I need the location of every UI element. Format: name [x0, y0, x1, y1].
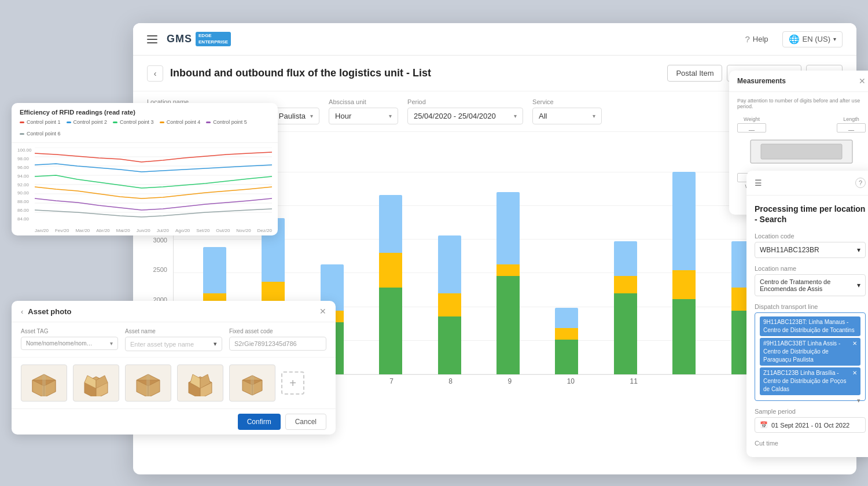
asset-close-button[interactable]: ✕ [319, 307, 326, 316]
location-name-label: Location name [755, 265, 866, 272]
y-label: 2500 [153, 266, 167, 273]
asset-confirm-button[interactable]: Confirm [238, 414, 281, 430]
efficiency-header: Efficiency of RFID readings (read rate) … [12, 103, 278, 143]
asset-name-field: Asset name Enter asset type name ▾ [125, 328, 222, 351]
svg-rect-34 [146, 374, 150, 396]
postal-item-button[interactable]: Postal Item [667, 65, 722, 82]
side-panel-body: Processing time per location - Search Lo… [746, 196, 868, 457]
bar-group [379, 195, 402, 374]
asset-code-label: Fixed asset code [229, 328, 326, 334]
sample-period-input[interactable]: 📅 01 Sept 2021 - 01 Oct 2022 [755, 417, 866, 433]
bar-group [614, 241, 637, 374]
add-photo-button[interactable]: + [281, 371, 304, 395]
legend-item: Control point 5 [206, 119, 247, 125]
asset-back-icon[interactable]: ‹ [21, 307, 23, 316]
asset-tag-field: Asset TAG Nome/nome/nome/nome/nome/nome/… [21, 328, 118, 351]
stacked-bar [496, 192, 520, 374]
logo-text: GMS [167, 33, 192, 45]
period-select[interactable]: 25/04/2020 - 25/04/2020 ▾ [407, 108, 523, 124]
service-filter-group: Service All ▾ [532, 98, 602, 124]
asset-actions: Confirm Cancel [12, 408, 336, 435]
efficiency-title: Efficiency of RFID readings (read rate) [20, 109, 270, 116]
efficiency-x-axis: Jan/20Fev/20Mar/20Abr/20 Mai/20Jun/20Jul… [35, 228, 272, 233]
efficiency-chart: 100.0098.0096.0094.00 92.0090.0088.0086.… [12, 143, 278, 235]
measurements-close-button[interactable]: ✕ [859, 76, 866, 86]
location-code-label: Location code [755, 233, 866, 240]
chevron-down-icon: ▾ [833, 36, 836, 42]
stacked-bar [555, 308, 578, 374]
asset-cancel-button[interactable]: Cancel [285, 414, 326, 430]
chevron-down-icon: ▾ [857, 281, 860, 289]
x-label: 10 [567, 377, 575, 385]
x-label: 7 [389, 377, 393, 385]
globe-icon: 🌐 [789, 34, 800, 45]
chevron-down-icon: ▾ [310, 113, 313, 119]
bar-group [438, 235, 461, 374]
cut-time-label: Cut time [755, 440, 866, 447]
measurements-title: Measurements [737, 77, 786, 85]
stacked-bar [672, 172, 696, 374]
bar-group [672, 172, 696, 374]
svg-rect-27 [42, 374, 46, 396]
language-button[interactable]: 🌐 EN (US) ▾ [782, 31, 843, 47]
asset-code-value[interactable]: S2rGie78912345d786 [229, 337, 326, 351]
abscissa-label: Abscissa unit [329, 98, 398, 105]
measurements-shape [749, 137, 854, 166]
asset-photo-1[interactable] [21, 365, 67, 402]
top-nav: GMS EDGE ENTERPRISE ? Help 🌐 EN (US) ▾ [133, 23, 856, 56]
asset-tag-input[interactable]: Nome/nome/nome/nome/nome/nome/nome/nome/… [21, 337, 118, 350]
chevron-down-icon: ▾ [214, 340, 217, 348]
location-name-select[interactable]: Centro de Tratamento de Encomendas de As… [755, 274, 866, 296]
page-title: Inbound and outbound flux of the logisti… [170, 67, 431, 79]
asset-code-field: Fixed asset code S2rGie78912345d786 [229, 328, 326, 351]
nav-right: ? Help 🌐 EN (US) ▾ [745, 31, 843, 47]
tag-remove-icon[interactable]: ✕ [852, 369, 857, 377]
panel-menu-icon[interactable]: ☰ [755, 178, 762, 187]
asset-photos: + [12, 358, 336, 408]
nav-left: GMS EDGE ENTERPRISE [147, 32, 231, 46]
location-code-select[interactable]: WBH11ABC123BR ▾ [755, 242, 866, 258]
legend-item: Control point 4 [160, 119, 201, 125]
measurements-header: Measurements ✕ [729, 71, 868, 92]
dispatch-tag-1: 9H11ABC123BT: Linha Manaus - Centro de D… [760, 316, 860, 336]
asset-header: ‹ Asset photo ✕ [12, 301, 336, 322]
processing-time-panel: ☰ ? Processing time per location - Searc… [746, 171, 868, 457]
efficiency-window: Efficiency of RFID readings (read rate) … [12, 103, 278, 235]
dispatch-tag-3: Z11ABC123B Linha Brasília - Centro de Di… [760, 367, 860, 395]
svg-rect-41 [251, 375, 254, 395]
hamburger-menu-icon[interactable] [147, 35, 157, 43]
side-panel-header: ☰ ? [746, 171, 868, 196]
asset-photo-4[interactable] [177, 365, 223, 402]
svg-rect-21 [761, 144, 842, 159]
tag-remove-icon[interactable]: ✕ [852, 340, 857, 348]
period-label: Period [407, 98, 523, 105]
help-circle-icon: ? [745, 34, 750, 44]
chevron-down-icon: ▾ [110, 340, 113, 347]
asset-name-label: Asset name [125, 328, 222, 334]
abscissa-select[interactable]: Hour ▾ [329, 108, 398, 124]
efficiency-lines-area [35, 148, 272, 222]
service-select[interactable]: All ▾ [532, 108, 602, 124]
chevron-down-icon: ▾ [389, 113, 392, 119]
dispatch-multiselect[interactable]: 9H11ABC123BT: Linha Manaus - Centro de D… [755, 312, 866, 401]
asset-photo-3[interactable] [125, 365, 171, 402]
bar-group [496, 192, 520, 374]
period-filter-group: Period 25/04/2020 - 25/04/2020 ▾ [407, 98, 523, 124]
asset-name-input[interactable]: Enter asset type name ▾ [125, 337, 222, 351]
y-label: 3000 [153, 237, 167, 244]
dispatch-tag-2: #9H11ABC33BT Linha Assis - Centro de Dis… [760, 338, 860, 366]
chevron-down-icon: ▾ [514, 113, 517, 119]
asset-photo-5[interactable] [229, 365, 275, 402]
measurements-top-labels: Weight __ Length __ [737, 116, 866, 132]
back-button[interactable]: ‹ [147, 65, 163, 82]
stacked-bar [379, 195, 402, 374]
panel-help-icon[interactable]: ? [855, 178, 866, 188]
asset-fields: Asset TAG Nome/nome/nome/nome/nome/nome/… [12, 322, 336, 358]
legend-item: Control point 3 [113, 119, 154, 125]
help-button[interactable]: ? Help [745, 34, 768, 44]
logo-badge: EDGE ENTERPRISE [196, 32, 231, 46]
asset-photo-2[interactable] [73, 365, 119, 402]
chevron-down-icon: ▾ [593, 113, 595, 119]
legend-item: Control point 1 [20, 119, 61, 125]
x-label: 9 [508, 377, 512, 385]
